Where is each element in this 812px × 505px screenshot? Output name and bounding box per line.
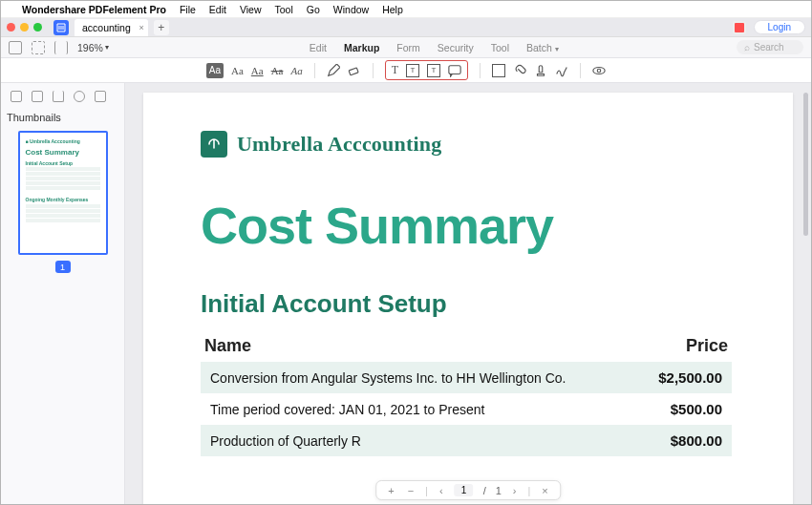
menu-window[interactable]: Window <box>333 4 369 15</box>
table-header: Name Price <box>201 336 732 362</box>
eye-icon[interactable] <box>592 64 606 77</box>
attachments-panel-icon[interactable] <box>95 91 106 102</box>
document-tab[interactable]: accounting × <box>75 19 148 36</box>
app-logo-icon[interactable] <box>53 20 69 35</box>
separator <box>480 63 481 78</box>
highlight-tool-icon[interactable]: Aa <box>206 63 224 78</box>
cell-name: Production of Quarterly R <box>210 433 361 449</box>
attachment-icon[interactable] <box>513 64 526 77</box>
pencil-icon[interactable] <box>327 64 340 77</box>
new-tab-button[interactable]: + <box>154 20 169 35</box>
document-title: Cost Summary <box>201 196 732 255</box>
close-tab-icon[interactable]: × <box>139 23 144 32</box>
svg-rect-0 <box>349 67 358 74</box>
page-navigator[interactable]: + − | ‹ / 1 › | × <box>375 480 561 500</box>
mode-markup[interactable]: Markup <box>344 42 379 53</box>
rectangle-tool-icon[interactable] <box>492 64 505 77</box>
svg-point-2 <box>593 67 605 74</box>
text-annotation-group: T T T <box>385 60 468 80</box>
zoom-value: 196% <box>77 42 103 53</box>
document-page: Umbrella Acccounting Cost Summary Initia… <box>143 93 793 505</box>
menu-go[interactable]: Go <box>307 4 320 15</box>
thumbnails-panel-icon[interactable] <box>11 91 22 102</box>
gift-icon[interactable] <box>733 21 746 34</box>
mode-batch[interactable]: Batch ▾ <box>526 42 559 53</box>
underline-icon[interactable]: Aa <box>251 65 264 76</box>
panel-switcher <box>7 89 118 108</box>
chevron-down-icon: ▾ <box>105 43 109 52</box>
brand-name: Umbrella Acccounting <box>237 132 441 157</box>
window-minimize-icon[interactable] <box>20 23 29 32</box>
panel-title: Thumbnails <box>7 112 118 123</box>
bookmark-icon[interactable] <box>53 91 64 102</box>
search-icon: ⌕ <box>744 42 750 53</box>
cell-price: $2,500.00 <box>658 369 722 386</box>
menu-file[interactable]: File <box>180 4 196 15</box>
col-price: Price <box>686 336 728 356</box>
menu-view[interactable]: View <box>240 4 262 15</box>
mode-tabs: Edit Markup Form Security Tool Batch ▾ <box>310 42 559 53</box>
mode-form[interactable]: Form <box>396 42 420 53</box>
search-placeholder: Search <box>754 42 784 53</box>
zoom-in-icon[interactable]: + <box>386 485 395 496</box>
note-tool-icon[interactable] <box>448 64 461 77</box>
multi-page-icon[interactable] <box>32 41 45 54</box>
single-page-icon[interactable] <box>9 41 22 54</box>
workspace: Thumbnails ■ Umbrella Acccounting Cost S… <box>1 83 811 505</box>
page-number-input[interactable] <box>455 484 474 496</box>
page-sep: / <box>483 485 486 496</box>
app-name[interactable]: Wondershare PDFelement Pro <box>22 4 166 15</box>
cell-price: $500.00 <box>671 401 722 417</box>
comments-panel-icon[interactable] <box>74 91 85 102</box>
window-controls <box>7 23 42 32</box>
search-input[interactable]: ⌕ Search <box>737 40 803 54</box>
separator <box>314 63 315 78</box>
prev-page-icon[interactable]: ‹ <box>438 485 445 496</box>
signature-icon[interactable] <box>555 64 568 77</box>
col-name: Name <box>204 336 251 356</box>
window-close-icon[interactable] <box>7 23 15 32</box>
menu-help[interactable]: Help <box>382 4 403 15</box>
cell-price: $800.00 <box>671 432 722 449</box>
page-thumbnail[interactable]: ■ Umbrella Acccounting Cost Summary Init… <box>18 131 108 255</box>
zoom-out-icon[interactable]: − <box>406 485 416 496</box>
eraser-icon[interactable] <box>348 64 361 77</box>
cell-name: Conversion from Angular Systems Inc. to … <box>210 370 566 386</box>
svg-rect-1 <box>449 65 460 74</box>
text-tool-icon[interactable]: T <box>392 63 398 77</box>
font-style-1-icon[interactable]: Aa <box>231 65 244 76</box>
markup-toolbar: Aa Aa Aa Aa Aa T T T <box>1 58 811 83</box>
table-row: Production of Quarterly R $800.00 <box>201 425 732 456</box>
page-total: 1 <box>496 485 502 496</box>
separator: | <box>425 485 428 496</box>
svg-point-3 <box>597 69 601 73</box>
window-maximize-icon[interactable] <box>33 23 42 32</box>
bookmarks-panel-icon[interactable] <box>32 91 43 102</box>
vertical-scrollbar[interactable] <box>803 93 808 236</box>
menu-edit[interactable]: Edit <box>209 4 226 15</box>
view-toolbar: 196% ▾ Edit Markup Form Security Tool Ba… <box>1 37 811 58</box>
menu-tool[interactable]: Tool <box>275 4 293 15</box>
window-tabstrip: accounting × + Login <box>1 18 811 37</box>
mode-edit[interactable]: Edit <box>310 42 327 53</box>
mode-tool[interactable]: Tool <box>491 42 509 53</box>
textbox-tool-icon[interactable]: T <box>406 64 419 77</box>
italic-style-icon[interactable]: Aa <box>290 65 302 76</box>
separator <box>580 63 581 78</box>
strikethrough-icon[interactable]: Aa <box>271 65 284 76</box>
callout-tool-icon[interactable]: T <box>427 64 440 77</box>
brand-row: Umbrella Acccounting <box>201 131 732 158</box>
page-number-badge[interactable]: 1 <box>55 261 71 273</box>
close-navigator-icon[interactable]: × <box>540 485 549 496</box>
login-button[interactable]: Login <box>754 20 805 34</box>
thumbnails-panel: Thumbnails ■ Umbrella Acccounting Cost S… <box>1 83 125 505</box>
document-canvas[interactable]: Umbrella Acccounting Cost Summary Initia… <box>125 83 811 505</box>
separator <box>373 63 374 78</box>
facing-page-icon[interactable] <box>54 41 68 54</box>
table-row: Time period covered: JAN 01, 2021 to Pre… <box>201 393 732 425</box>
mode-security[interactable]: Security <box>438 42 474 53</box>
separator: | <box>527 485 530 496</box>
stamp-icon[interactable] <box>534 64 547 77</box>
zoom-control[interactable]: 196% ▾ <box>77 42 109 53</box>
next-page-icon[interactable]: › <box>511 485 519 496</box>
